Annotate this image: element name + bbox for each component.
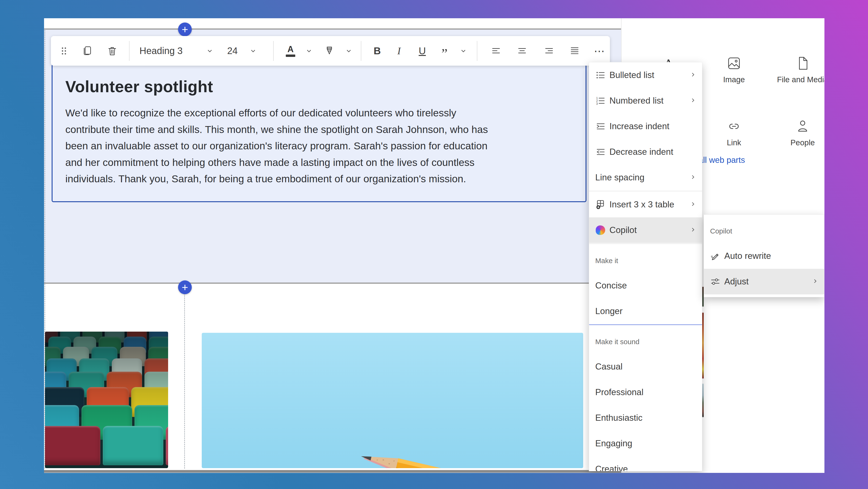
- insert-table-icon: [595, 199, 606, 210]
- chevron-down-icon[interactable]: [305, 48, 313, 55]
- text-webpart[interactable]: Volunteer spotlight We'd like to recogni…: [52, 64, 587, 202]
- italic-button[interactable]: I: [397, 45, 401, 57]
- column-guide-center: [184, 293, 185, 469]
- chevron-down-icon[interactable]: [345, 48, 352, 55]
- menu-item-concise[interactable]: Concise: [589, 273, 702, 298]
- text-style-dropdown[interactable]: Heading 3: [140, 46, 183, 56]
- menu-item-increase-indent[interactable]: Increase indent: [589, 114, 702, 139]
- chevron-right-icon: [690, 173, 696, 182]
- menu-item-longer[interactable]: Longer: [589, 298, 702, 324]
- menu-item-engaging[interactable]: Engaging: [589, 431, 702, 456]
- duplicate-icon[interactable]: [82, 46, 93, 56]
- editor-window: + + Heading 3 24 A B I U ”: [44, 18, 825, 473]
- screen: + + Heading 3 24 A B I U ”: [0, 0, 868, 489]
- section-divider-top: [44, 28, 621, 30]
- sliders-icon: [710, 277, 720, 287]
- quote-button[interactable]: ”: [441, 46, 448, 56]
- align-center-icon[interactable]: [517, 46, 528, 56]
- webpart-file-and-media[interactable]: File and Media: [768, 45, 825, 92]
- numbered-list-icon: 123: [595, 95, 606, 106]
- pencil-illustration: [202, 333, 583, 468]
- menu-item-line-spacing[interactable]: Line spacing: [589, 165, 702, 190]
- submenu-header: Copilot: [704, 215, 824, 243]
- chevron-down-icon[interactable]: [250, 48, 257, 55]
- align-right-icon[interactable]: [544, 46, 555, 56]
- font-color-icon[interactable]: A: [285, 45, 296, 57]
- menu-item-enthusiastic[interactable]: Enthusiastic: [589, 405, 702, 431]
- chevron-right-icon: [690, 225, 696, 235]
- menu-item-creative[interactable]: Creative: [589, 456, 702, 471]
- chevron-down-icon[interactable]: [460, 48, 467, 55]
- webpart-paragraph[interactable]: We'd like to recognize the exceptional e…: [65, 105, 573, 187]
- chevron-down-icon[interactable]: [206, 48, 213, 55]
- chevron-right-icon: [690, 200, 696, 209]
- add-section-button-top[interactable]: +: [178, 23, 192, 36]
- chevron-right-icon: [690, 96, 696, 106]
- toolbar-divider: [361, 41, 361, 61]
- menu-item-casual[interactable]: Casual: [589, 354, 702, 379]
- font-size-dropdown[interactable]: 24: [227, 46, 238, 56]
- more-options-button[interactable]: ⋯: [594, 45, 605, 57]
- link-part-icon: [700, 108, 768, 134]
- toolbar-divider: [129, 41, 129, 61]
- pencil-edit-icon: [710, 251, 720, 261]
- section-divider-middle: [44, 283, 621, 284]
- menu-group-header: Make it: [589, 244, 702, 273]
- decrease-indent-icon: [595, 147, 606, 157]
- increase-indent-icon: [595, 121, 606, 132]
- chair: [103, 426, 163, 465]
- drag-handle-icon[interactable]: [60, 46, 68, 56]
- paragraph-line: contribute their time and skills. This m…: [65, 121, 573, 138]
- chevron-right-icon: [690, 70, 696, 80]
- chevron-right-icon: [812, 277, 818, 287]
- menu-item-auto-rewrite[interactable]: Auto rewrite: [704, 243, 824, 269]
- menu-group-header: Make it sound: [589, 325, 702, 354]
- toolbar-divider: [273, 41, 274, 61]
- menu-item-decrease-indent[interactable]: Decrease indent: [589, 139, 702, 165]
- image-part-icon: [700, 45, 768, 71]
- toolbar-divider: [477, 41, 477, 61]
- webpart-heading[interactable]: Volunteer spotlight: [53, 65, 586, 96]
- formatting-toolbar: Heading 3 24 A B I U ” ⋯: [51, 36, 610, 66]
- menu-item-copilot[interactable]: Copilot: [589, 218, 702, 243]
- people-part-icon: [768, 108, 825, 134]
- chair: [45, 426, 100, 465]
- webpart-people[interactable]: People: [768, 108, 825, 155]
- copilot-icon: [595, 225, 606, 235]
- align-left-icon[interactable]: [491, 46, 501, 56]
- horizontal-scrollbar[interactable]: [44, 470, 621, 473]
- menu-divider: [589, 243, 702, 244]
- menu-item-insert-3-x-3-table[interactable]: Insert 3 x 3 table: [589, 192, 702, 218]
- menu-item-numbered-list[interactable]: 123 Numbered list: [589, 88, 702, 114]
- add-section-button-middle[interactable]: +: [178, 280, 192, 294]
- menu-item-professional[interactable]: Professional: [589, 379, 702, 405]
- chairs-image[interactable]: [45, 332, 168, 468]
- menu-divider: [589, 191, 702, 191]
- context-menu: Bulleted list 123 Numbered list Increase…: [589, 62, 702, 471]
- webpart-link[interactable]: Link: [700, 108, 768, 155]
- menu-divider: [589, 324, 702, 325]
- svg-text:3: 3: [596, 102, 598, 106]
- paragraph-line: been an invaluable asset to our organiza…: [65, 138, 573, 154]
- chair: [166, 426, 168, 465]
- copilot-submenu: Copilot Auto rewrite Adjust: [704, 214, 825, 297]
- paragraph-line: individuals. Thank you, Sarah, for being…: [65, 171, 573, 187]
- highlight-icon[interactable]: [324, 46, 335, 56]
- bulleted-list-icon: [595, 70, 606, 80]
- bold-button[interactable]: B: [374, 45, 381, 57]
- hidden-image-sliver: [702, 287, 704, 462]
- delete-icon[interactable]: [107, 46, 118, 56]
- menu-item-bulleted-list[interactable]: Bulleted list: [589, 62, 702, 88]
- paragraph-line: and her commitment to helping others hav…: [65, 154, 573, 171]
- webpart-image[interactable]: Image: [700, 45, 768, 92]
- paragraph-line: We'd like to recognize the exceptional e…: [65, 105, 573, 121]
- chair-row: [45, 426, 168, 465]
- pencil-image[interactable]: [202, 333, 583, 468]
- justify-icon[interactable]: [569, 46, 580, 56]
- menu-item-adjust[interactable]: Adjust: [704, 269, 824, 294]
- file-part-icon: [768, 45, 825, 71]
- underline-button[interactable]: U: [418, 45, 426, 57]
